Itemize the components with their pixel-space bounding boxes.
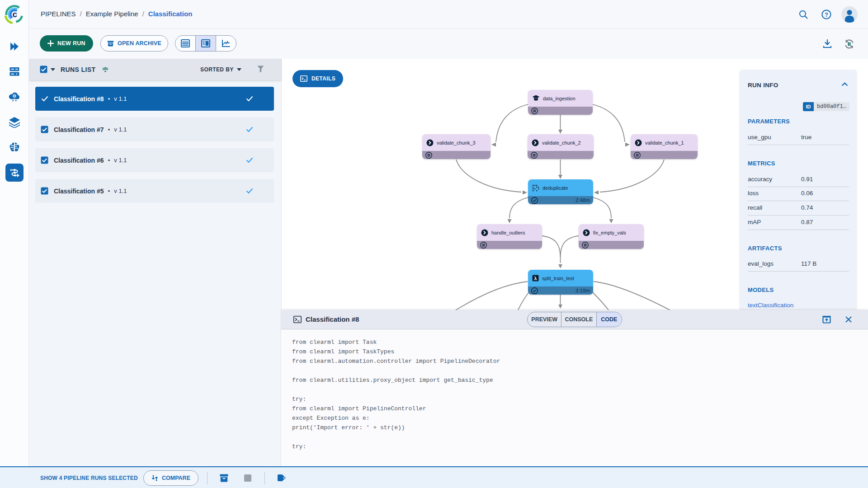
svg-text:λ: λ [534, 276, 537, 281]
svg-text:?: ? [825, 12, 828, 18]
svg-text:c: c [12, 9, 17, 19]
